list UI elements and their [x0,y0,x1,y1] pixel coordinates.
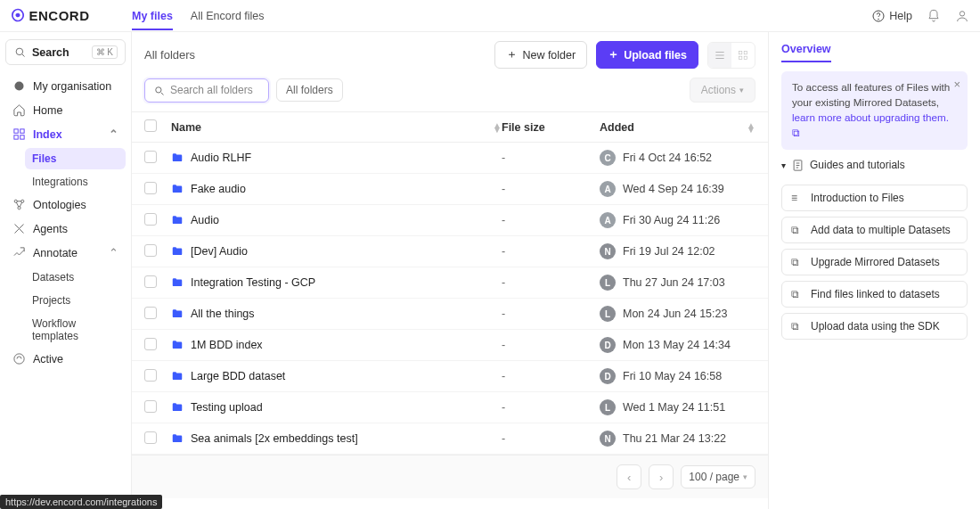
new-folder-button[interactable]: ＋ New folder [494,41,587,69]
row-checkbox[interactable] [144,182,157,194]
table-row[interactable]: Fake audio-AWed 4 Sep 24 16:39 [132,174,768,205]
svg-rect-16 [744,56,747,59]
folder-name: Audio [191,214,219,226]
status-url: https://dev.encord.com/integrations [0,495,162,509]
bell-icon[interactable] [927,9,941,23]
new-folder-label: New folder [522,49,576,62]
guide-item[interactable]: ⧉Upgrade Mirrored Datasets [781,249,968,275]
search-icon [13,45,27,59]
folder-name-cell[interactable]: 1M BDD index [171,339,502,351]
sidebar-item-projects[interactable]: Projects [25,290,126,311]
svg-rect-5 [14,129,18,133]
list-view-toggle[interactable] [708,43,731,68]
table-row[interactable]: Sea animals [2x embeddings test]-NThu 21… [132,423,768,455]
guide-item[interactable]: ⧉Add data to multiple Datasets [781,217,968,243]
sort-name[interactable]: ▲▼ [493,123,502,132]
sort-added[interactable]: ▲▼ [747,123,755,132]
row-checkbox[interactable] [144,151,157,163]
sidebar-item-active[interactable]: Active [5,347,126,371]
avatar: L [600,399,616,415]
table-row[interactable]: Audio-AFri 30 Aug 24 11:26 [132,205,768,236]
help-label: Help [889,10,912,22]
brand-name: ENCORD [29,8,90,23]
svg-point-12 [14,354,24,364]
learn-more-link[interactable]: learn more about upgrading them. ⧉ [792,111,949,138]
folder-icon [171,245,184,258]
folder-name-cell[interactable]: Sea animals [2x embeddings test] [171,432,502,445]
sidebar-item-ontologies[interactable]: Ontologies [5,193,126,217]
guide-item[interactable]: ≡Introduction to Files [781,185,968,211]
grid-view-toggle[interactable] [731,43,755,68]
folder-name-cell[interactable]: Testing upload [171,401,502,414]
help-button[interactable]: Help [871,9,912,23]
chevron-down-icon: ▾ [743,472,747,481]
actions-dropdown[interactable]: Actions ▾ [690,78,755,103]
table-row[interactable]: 1M BDD index-DMon 13 May 24 14:34 [132,330,768,361]
folder-name-cell[interactable]: Audio RLHF [171,152,502,164]
folder-name-cell[interactable]: Audio [171,214,502,226]
close-icon[interactable]: × [953,77,960,94]
added-date: Wed 1 May 24 11:51 [623,401,725,414]
sidebar-item-agents[interactable]: Agents [5,217,126,241]
folder-name-cell[interactable]: Fake audio [171,183,502,195]
chevron-up-icon: ⌃ [109,246,118,259]
table-row[interactable]: All the things-LMon 24 Jun 24 15:23 [132,299,768,330]
sidebar-item-integrations[interactable]: Integrations [25,171,126,193]
guide-item[interactable]: ⧉Find files linked to datasets [781,281,968,308]
sidebar-item-organisation[interactable]: My organisation [5,74,126,98]
folder-name-cell[interactable]: [Dev] Audio [171,245,502,258]
sidebar-item-index[interactable]: Index ⌃ [5,122,126,146]
prev-page-button[interactable]: ‹ [617,464,641,489]
row-checkbox[interactable] [144,338,157,350]
row-checkbox[interactable] [144,244,157,257]
folder-name-cell[interactable]: Integration Testing - GCP [171,276,502,289]
svg-rect-14 [744,51,747,54]
upload-files-button[interactable]: ＋ Upload files [596,41,698,69]
row-checkbox[interactable] [144,307,157,319]
row-checkbox[interactable] [144,213,157,226]
sidebar-item-datasets[interactable]: Datasets [25,267,126,288]
user-icon[interactable] [955,9,969,23]
row-checkbox[interactable] [144,275,157,288]
next-page-button[interactable]: › [649,464,674,489]
tab-overview[interactable]: Overview [781,43,831,62]
sidebar-item-home[interactable]: Home [5,98,126,122]
filter-all-folders[interactable]: All folders [276,78,343,102]
select-all-checkbox[interactable] [144,119,157,132]
tab-my-files[interactable]: My files [132,3,173,29]
row-checkbox[interactable] [144,431,157,444]
tab-all-encord-files[interactable]: All Encord files [191,3,265,29]
overview-label: Overview [781,43,831,55]
folder-icon [171,370,184,382]
brand-logo[interactable]: ⦿ ENCORD [11,8,132,24]
home-label: Home [33,104,62,117]
sidebar-item-files[interactable]: Files [25,148,126,169]
global-search-button[interactable]: Search ⌘ K [5,39,126,65]
search-folders-input[interactable]: Search all folders [144,78,269,103]
agents-label: Agents [33,223,68,235]
folder-icon [171,183,184,195]
row-checkbox[interactable] [144,369,157,382]
breadcrumb[interactable]: All folders [144,48,195,62]
guide-item[interactable]: ⧉Upload data using the SDK [781,313,968,340]
folder-name-cell[interactable]: Large BDD dataset [171,370,502,382]
folder-name-cell[interactable]: All the things [171,308,502,320]
row-checkbox[interactable] [144,400,157,413]
file-size: - [502,339,600,351]
search-kbd: ⌘ K [92,45,118,59]
actions-label: Actions [701,84,736,96]
page-size-dropdown[interactable]: 100 / page ▾ [681,465,755,488]
table-row[interactable]: [Dev] Audio-NFri 19 Jul 24 12:02 [132,236,768,267]
table-row[interactable]: Testing upload-LWed 1 May 24 11:51 [132,392,768,423]
table-row[interactable]: Large BDD dataset-DFri 10 May 24 16:58 [132,361,768,392]
sidebar-item-annotate[interactable]: Annotate ⌃ [5,241,126,265]
svg-rect-7 [14,135,18,139]
folder-icon [171,339,184,351]
table-row[interactable]: Integration Testing - GCP-LThu 27 Jun 24… [132,267,768,299]
table-row[interactable]: Audio RLHF-CFri 4 Oct 24 16:52 [132,143,768,174]
folder-name: All the things [191,308,255,320]
folder-name: Audio RLHF [191,152,251,164]
folder-icon [171,308,184,320]
guides-header[interactable]: ▾ Guides and tutorials [781,159,968,172]
sidebar-item-workflow-templates[interactable]: Workflow templates [25,313,126,347]
